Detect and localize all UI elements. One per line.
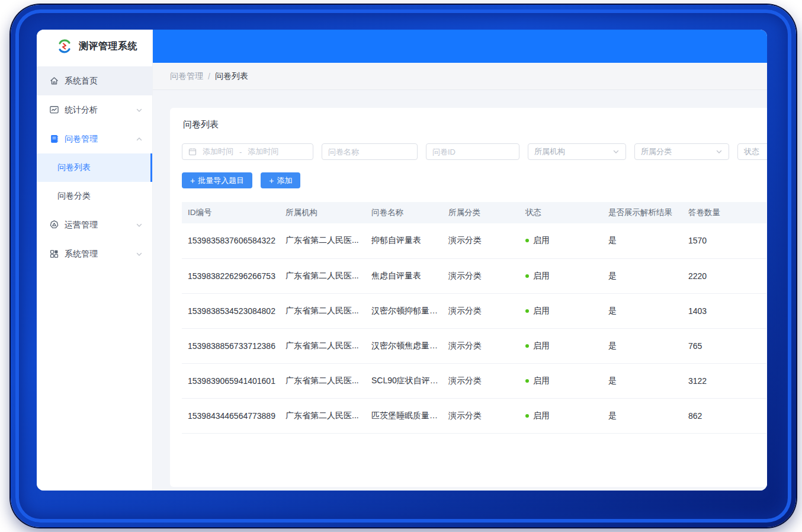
chevron-down-icon — [136, 222, 143, 229]
cell-status: 启用 — [519, 398, 602, 433]
cell-show-analysis: 是 — [602, 293, 682, 328]
cell-show-analysis: 是 — [602, 258, 682, 293]
organization-select[interactable]: 所属机构 — [528, 143, 626, 160]
questionnaire-name-field — [322, 143, 418, 160]
sidebar-item-questionnaire-mgmt[interactable]: 问卷管理 — [37, 124, 152, 153]
cell-count: 1403 — [682, 293, 766, 328]
plus-icon: + — [190, 176, 195, 185]
chevron-down-icon — [716, 148, 723, 155]
add-button[interactable]: + 添加 — [261, 172, 300, 188]
status-select-placeholder: 状态 — [744, 146, 759, 157]
status-dot — [525, 414, 529, 418]
cell-category: 演示分类 — [442, 223, 519, 258]
sidebar-item-questionnaire-list[interactable]: 问卷列表 — [37, 153, 152, 182]
cell-name: SCL90症状自评量表 — [365, 363, 442, 398]
cell-show-analysis: 是 — [602, 223, 682, 258]
cell-category: 演示分类 — [442, 258, 519, 293]
sidebar-item-questionnaire-category[interactable]: 问卷分类 — [37, 182, 152, 210]
card-title: 问卷列表 — [183, 119, 767, 130]
category-select-placeholder: 所属分类 — [641, 146, 672, 157]
organization-select-placeholder: 所属机构 — [534, 146, 565, 157]
sidebar-item-label: 系统首页 — [65, 76, 143, 86]
cell-id: 1539838534523084802 — [182, 293, 280, 328]
cell-status: 启用 — [519, 223, 602, 258]
cell-status: 启用 — [519, 363, 602, 398]
breadcrumb-parent[interactable]: 问卷管理 — [170, 71, 203, 82]
status-label: 启用 — [533, 341, 550, 351]
col-header-show-analysis: 是否展示解析结果 — [602, 202, 682, 223]
breadcrumb-separator: / — [208, 72, 210, 81]
questionnaire-id-input[interactable] — [432, 148, 513, 156]
questionnaire-id-field — [426, 143, 519, 160]
sidebar-item-label: 运营管理 — [65, 220, 136, 230]
sidebar-item-system-mgmt[interactable]: 系统管理 — [37, 239, 152, 268]
main-area: 问卷管理 / 问卷列表 问卷列表 添加时间 - 添 — [153, 30, 767, 491]
sidebar-item-statistics[interactable]: 统计分析 — [37, 95, 152, 124]
top-header-bar — [153, 30, 767, 63]
status-dot — [525, 239, 529, 242]
cell-id: 1539838226296266753 — [182, 258, 280, 293]
questionnaire-list-card: 问卷列表 添加时间 - 添加时间 — [170, 108, 767, 487]
col-header-count: 答卷数量 — [682, 202, 766, 223]
sidebar-item-label: 系统管理 — [65, 249, 136, 259]
table-row: 1539839065941401601 广东省第二人民医... SCL90症状自… — [182, 363, 766, 398]
cell-id: 1539843446564773889 — [182, 398, 280, 433]
status-select[interactable]: 状态 — [737, 143, 767, 160]
cell-show-analysis: 是 — [602, 328, 682, 363]
cell-org: 广东省第二人民医... — [280, 223, 365, 258]
calendar-icon — [188, 148, 197, 156]
date-end-placeholder: 添加时间 — [248, 146, 278, 157]
logo-row: 测评管理系统 — [37, 30, 152, 63]
cell-id: 1539835837606584322 — [182, 223, 280, 258]
cell-name: 汉密尔顿焦虑量表... — [365, 328, 442, 363]
date-range-picker[interactable]: 添加时间 - 添加时间 — [182, 143, 313, 160]
col-header-org: 所属机构 — [280, 202, 365, 223]
sidebar-subitem-label: 问卷列表 — [57, 162, 91, 173]
sidebar-item-label: 问卷管理 — [65, 134, 136, 145]
cell-status: 启用 — [519, 293, 602, 328]
cell-category: 演示分类 — [442, 293, 519, 328]
questionnaire-table: ID编号 所属机构 问卷名称 所属分类 状态 是否展示解析结果 答卷数量 — [182, 202, 766, 434]
cell-count: 3122 — [682, 363, 766, 398]
col-header-id: ID编号 — [182, 202, 280, 223]
chart-icon — [49, 105, 59, 115]
cell-show-analysis: 是 — [602, 398, 682, 433]
col-header-category: 所属分类 — [442, 202, 519, 223]
col-header-name: 问卷名称 — [365, 202, 442, 223]
questionnaire-name-input[interactable] — [328, 148, 411, 156]
cell-org: 广东省第二人民医... — [280, 328, 365, 363]
date-range-separator: - — [239, 148, 242, 156]
cell-org: 广东省第二人民医... — [280, 258, 365, 293]
category-select[interactable]: 所属分类 — [634, 143, 729, 160]
table-row: 1539843446564773889 广东省第二人民医... 匹茨堡睡眠质量指… — [182, 398, 766, 433]
sidebar-item-home[interactable]: 系统首页 — [37, 66, 152, 95]
table-row: 1539838534523084802 广东省第二人民医... 汉密尔顿抑郁量表… — [182, 293, 766, 328]
batch-import-button[interactable]: + 批量导入题目 — [182, 172, 252, 188]
cell-count: 1570 — [682, 223, 766, 258]
sidebar-subitem-label: 问卷分类 — [57, 191, 91, 201]
sidebar-menu: 系统首页 统计分析 问卷管理 — [37, 63, 152, 268]
cell-show-analysis: 是 — [602, 363, 682, 398]
cell-status: 启用 — [519, 328, 602, 363]
cell-category: 演示分类 — [442, 328, 519, 363]
status-label: 启用 — [533, 271, 550, 281]
home-icon — [49, 76, 59, 86]
operation-icon — [49, 220, 59, 230]
cell-category: 演示分类 — [442, 363, 519, 398]
status-dot — [525, 344, 529, 348]
app-logo-icon — [56, 38, 73, 55]
status-dot — [525, 379, 529, 383]
cell-name: 抑郁自评量表 — [365, 223, 442, 258]
cell-name: 焦虑自评量表 — [365, 258, 442, 293]
add-label: 添加 — [277, 175, 292, 186]
app-window: 测评管理系统 系统首页 统计分析 — [37, 30, 767, 491]
chevron-up-icon — [136, 136, 143, 143]
notebook-icon — [49, 134, 59, 144]
cell-org: 广东省第二人民医... — [280, 363, 365, 398]
cell-category: 演示分类 — [442, 398, 519, 433]
status-label: 启用 — [533, 306, 550, 316]
sidebar-item-operation-mgmt[interactable]: 运营管理 — [37, 210, 152, 239]
date-start-placeholder: 添加时间 — [203, 146, 233, 157]
col-header-status: 状态 — [519, 202, 602, 223]
breadcrumb: 问卷管理 / 问卷列表 — [153, 63, 767, 90]
